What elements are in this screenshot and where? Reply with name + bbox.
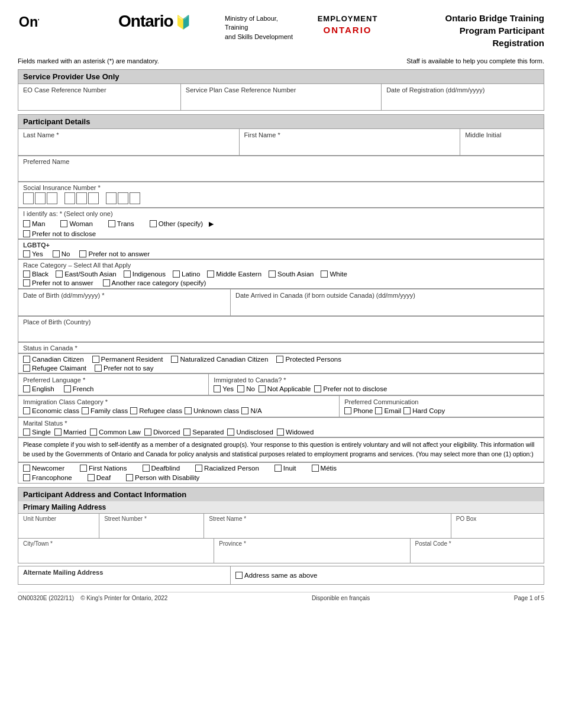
group-inuit[interactable]: Inuit [274, 465, 296, 472]
status-prefer-not-say[interactable]: Prefer not to say [95, 365, 153, 372]
other-checkbox[interactable] [150, 220, 157, 227]
latino-checkbox[interactable] [173, 270, 180, 278]
status-protected[interactable]: Protected Persons [276, 356, 341, 363]
racialized-checkbox[interactable] [195, 465, 202, 472]
race-black[interactable]: Black [23, 270, 49, 278]
identify-trans[interactable]: Trans [108, 220, 134, 227]
hard-copy-checkbox[interactable] [403, 407, 411, 414]
group-racialized[interactable]: Racialized Person [195, 465, 259, 472]
marital-single[interactable]: Single [23, 429, 51, 436]
lgbtq-no[interactable]: No [53, 250, 70, 257]
single-checkbox[interactable] [23, 429, 30, 436]
group-metis[interactable]: Métis [312, 465, 337, 472]
refugee-checkbox[interactable] [23, 365, 30, 372]
sin-box-4[interactable] [64, 192, 75, 204]
sin-box-7[interactable] [106, 192, 117, 204]
same-as-above-checkbox[interactable] [235, 572, 243, 579]
common-law-checkbox[interactable] [90, 429, 97, 436]
group-newcomer[interactable]: Newcomer [23, 465, 64, 472]
black-checkbox[interactable] [23, 270, 30, 278]
economic-checkbox[interactable] [23, 407, 30, 414]
first-nations-checkbox[interactable] [80, 465, 87, 472]
group-first-nations[interactable]: First Nations [80, 465, 127, 472]
imm-unknown[interactable]: Unknown class [185, 407, 239, 414]
status-naturalized[interactable]: Naturalized Canadian Citizen [171, 356, 268, 363]
metis-checkbox[interactable] [312, 465, 319, 472]
deaf-checkbox[interactable] [88, 474, 95, 481]
group-deafblind[interactable]: Deafblind [143, 465, 180, 472]
imm-na-checkbox[interactable] [241, 407, 248, 414]
imm-family[interactable]: Family class [82, 407, 128, 414]
sin-box-9[interactable] [130, 192, 140, 204]
lgbtq-yes[interactable]: Yes [23, 250, 43, 257]
newcomer-checkbox[interactable] [23, 465, 30, 472]
divorced-checkbox[interactable] [144, 429, 151, 436]
comm-hard-copy[interactable]: Hard Copy [403, 407, 445, 414]
phone-checkbox[interactable] [344, 407, 351, 414]
marital-common-law[interactable]: Common Law [90, 429, 141, 436]
immigrated-na[interactable]: Not Applicable [259, 385, 311, 392]
status-canadian-citizen[interactable]: Canadian Citizen [23, 356, 84, 363]
imm-na[interactable]: N/A [241, 407, 261, 414]
disability-checkbox[interactable] [126, 474, 133, 481]
sin-box-6[interactable] [88, 192, 99, 204]
white-checkbox[interactable] [321, 270, 328, 278]
francophone-checkbox[interactable] [23, 474, 30, 481]
middle-eastern-checkbox[interactable] [207, 270, 214, 278]
imm-economic[interactable]: Economic class [23, 407, 79, 414]
race-prefer-not[interactable]: Prefer not to answer [23, 279, 93, 286]
sin-box-8[interactable] [118, 192, 128, 204]
east-south-asian-checkbox[interactable] [56, 270, 63, 278]
lgbtq-prefer-checkbox[interactable] [79, 250, 86, 257]
sin-box-3[interactable] [47, 192, 57, 204]
protected-checkbox[interactable] [276, 356, 283, 363]
family-checkbox[interactable] [82, 407, 89, 414]
immigrated-no[interactable]: No [237, 385, 255, 392]
group-deaf[interactable]: Deaf [88, 474, 111, 481]
married-checkbox[interactable] [54, 429, 62, 436]
comm-email[interactable]: Email [375, 407, 401, 414]
identify-prefer-not[interactable]: Prefer not to disclose [23, 230, 96, 237]
race-another[interactable]: Another race category (specify) [103, 279, 206, 286]
lgbtq-prefer[interactable]: Prefer not to answer [79, 250, 150, 257]
indigenous-checkbox[interactable] [124, 270, 131, 278]
man-checkbox[interactable] [23, 220, 30, 227]
race-latino[interactable]: Latino [173, 270, 200, 278]
immigrated-prefer-checkbox[interactable] [314, 385, 321, 392]
sin-box-5[interactable] [76, 192, 87, 204]
race-prefer-checkbox[interactable] [23, 279, 30, 286]
marital-widowed[interactable]: Widowed [277, 429, 314, 436]
identify-woman[interactable]: Woman [60, 220, 92, 227]
lang-english[interactable]: English [23, 385, 54, 392]
marital-married[interactable]: Married [54, 429, 86, 436]
race-another-checkbox[interactable] [103, 279, 110, 286]
imm-refugee[interactable]: Refugee class [130, 407, 182, 414]
woman-checkbox[interactable] [60, 220, 67, 227]
permanent-resident-checkbox[interactable] [92, 356, 99, 363]
status-permanent-resident[interactable]: Permanent Resident [92, 356, 163, 363]
imm-refugee-checkbox[interactable] [130, 407, 137, 414]
status-refugee[interactable]: Refugee Claimant [23, 365, 86, 372]
south-asian-checkbox[interactable] [269, 270, 276, 278]
immigrated-prefer[interactable]: Prefer not to disclose [314, 385, 387, 392]
group-francophone[interactable]: Francophone [23, 474, 72, 481]
sin-box-1[interactable] [23, 192, 34, 204]
group-person-disability[interactable]: Person with Disability [126, 474, 199, 481]
race-indigenous[interactable]: Indigenous [124, 270, 166, 278]
naturalized-checkbox[interactable] [171, 356, 178, 363]
race-east-south-asian[interactable]: East/South Asian [56, 270, 117, 278]
race-white[interactable]: White [321, 270, 347, 278]
lang-french[interactable]: French [64, 385, 94, 392]
deafblind-checkbox[interactable] [143, 465, 150, 472]
immigrated-yes[interactable]: Yes [214, 385, 234, 392]
identify-other[interactable]: Other (specify) ► [150, 219, 222, 228]
marital-separated[interactable]: Separated [183, 429, 224, 436]
french-checkbox[interactable] [64, 385, 71, 392]
email-checkbox[interactable] [375, 407, 382, 414]
prefer-not-disclose-checkbox[interactable] [23, 230, 30, 237]
marital-divorced[interactable]: Divorced [144, 429, 180, 436]
lgbtq-yes-checkbox[interactable] [23, 250, 30, 257]
trans-checkbox[interactable] [108, 220, 115, 227]
unknown-checkbox[interactable] [185, 407, 192, 414]
immigrated-no-checkbox[interactable] [237, 385, 244, 392]
